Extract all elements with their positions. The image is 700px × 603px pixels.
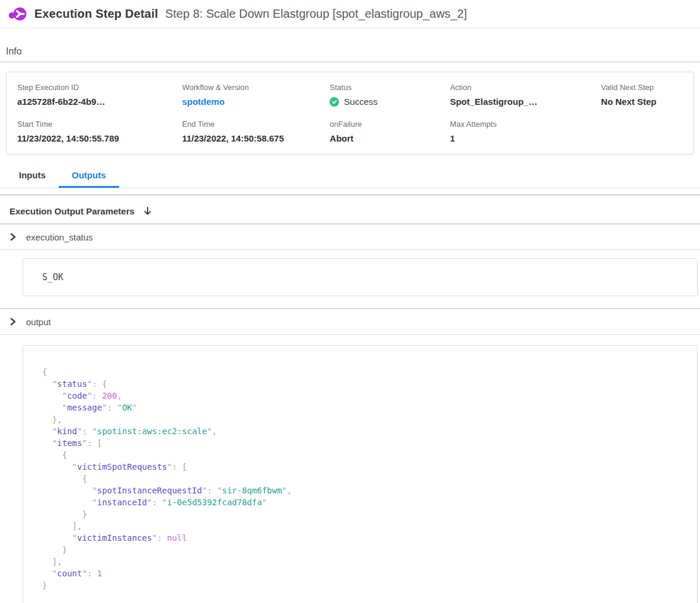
info-section-heading: Info: [0, 28, 700, 62]
execution-status-value-box: S_OK: [23, 258, 698, 296]
field-label: End Time: [182, 120, 313, 129]
field-value: a125728f-6b22-4b9…: [17, 97, 165, 107]
field-label: Status: [330, 83, 433, 92]
field-value: Spot_Elastigroup_…: [450, 97, 584, 107]
field-start-time: Start Time 11/23/2022, 14:50:55.789: [7, 117, 171, 143]
field-label: Step Execution ID: [17, 83, 165, 92]
field-status: Status Success: [319, 81, 439, 107]
field-action: Action Spot_Elastigroup_…: [439, 81, 590, 107]
field-label: Max Attempts: [450, 120, 584, 129]
field-value: No Next Step: [601, 97, 688, 107]
success-check-icon: [330, 97, 339, 107]
field-label: Start Time: [17, 120, 165, 129]
page-title: Execution Step Detail: [34, 7, 158, 21]
field-end-time: End Time 11/23/2022, 14:50:58.675: [171, 117, 319, 143]
field-max-attempts: Max Attempts 1: [439, 117, 590, 143]
execution-output-parameters-title: Execution Output Parameters: [9, 206, 135, 216]
field-label: onFailure: [330, 120, 433, 129]
param-row-output[interactable]: output: [0, 309, 700, 335]
field-value: 1: [450, 133, 584, 143]
field-workflow-version: Workflow & Version spotdemo: [171, 81, 319, 107]
field-value: Abort: [330, 133, 433, 143]
field-value: 11/23/2022, 14:50:58.675: [182, 133, 313, 143]
workflow-link[interactable]: spotdemo: [182, 97, 313, 107]
tab-outputs[interactable]: Outputs: [59, 163, 119, 188]
execution-status-value: S_OK: [42, 272, 63, 283]
status-badge: Success: [330, 97, 433, 107]
field-value: 11/23/2022, 14:50:55.789: [17, 133, 165, 143]
chevron-right-icon[interactable]: [9, 233, 17, 241]
param-name-execution-status: execution_status: [26, 232, 93, 242]
field-step-execution-id: Step Execution ID a125728f-6b22-4b9…: [7, 81, 171, 107]
field-empty: [590, 117, 693, 143]
tab-inputs[interactable]: Inputs: [6, 163, 59, 188]
download-arrow-icon[interactable]: [143, 206, 152, 216]
param-name-output: output: [26, 317, 51, 327]
resolve-branch-logo-icon: [8, 5, 27, 23]
execution-status-value-wrap: S_OK: [0, 258, 700, 309]
output-json-code-block: { "status": { "code": 200, "message": "O…: [23, 345, 698, 603]
field-label: Workflow & Version: [182, 83, 313, 92]
field-onfailure: onFailure Abort: [319, 117, 439, 143]
section-separator: [0, 188, 700, 195]
inputs-outputs-tabs: Inputs Outputs: [0, 163, 700, 188]
param-row-execution-status[interactable]: execution_status: [0, 224, 700, 250]
execution-output-parameters-header: Execution Output Parameters: [0, 195, 700, 224]
field-label: Action: [450, 83, 584, 92]
app-header: Execution Step Detail Step 8: Scale Down…: [0, 0, 700, 28]
field-label: Valid Next Step: [601, 83, 688, 92]
chevron-right-icon[interactable]: [9, 317, 17, 326]
field-valid-next-step: Valid Next Step No Next Step: [590, 81, 693, 107]
page-subtitle: Step 8: Scale Down Elastgroup [spot_elas…: [165, 7, 467, 21]
status-text: Success: [344, 97, 378, 107]
info-card: Step Execution ID a125728f-6b22-4b9… Wor…: [6, 72, 694, 155]
